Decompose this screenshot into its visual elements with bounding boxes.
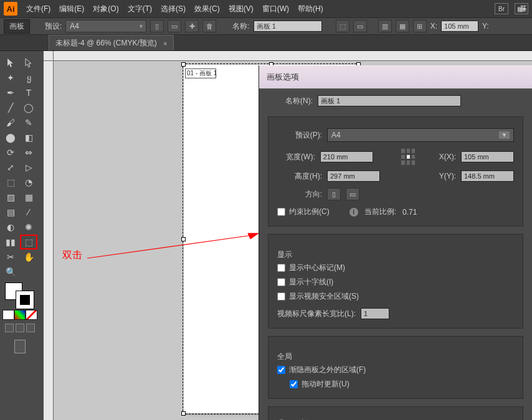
- hand-tool[interactable]: ✋: [21, 250, 37, 264]
- artboard-name-input[interactable]: [254, 21, 322, 32]
- x-label: X:: [430, 22, 437, 30]
- tool-context-label: 画板: [4, 19, 30, 34]
- stroke-swatch[interactable]: [16, 291, 34, 309]
- rearrange-button[interactable]: ▦: [396, 20, 409, 32]
- tab-close-button[interactable]: ×: [163, 40, 167, 47]
- symbol-sprayer-tool[interactable]: ✺: [21, 220, 37, 234]
- dlg-x-label: X(X):: [430, 152, 456, 161]
- blend-tool[interactable]: ◐: [2, 220, 19, 234]
- eyedropper-tool[interactable]: ⁄: [21, 205, 37, 219]
- orientation-landscape-button[interactable]: ▭: [168, 20, 181, 32]
- width-field[interactable]: [320, 151, 373, 162]
- artboard-tool[interactable]: ⬚: [21, 235, 37, 249]
- menu-window[interactable]: 窗口(W): [259, 2, 293, 16]
- column-graph-tool[interactable]: ▮▮: [2, 235, 19, 249]
- screen-mode-row: [2, 324, 37, 335]
- delete-artboard-button[interactable]: 🗑: [202, 20, 216, 32]
- handle-sw[interactable]: [181, 411, 186, 416]
- line-tool[interactable]: ╱: [2, 101, 19, 114]
- color-mode-gradient[interactable]: [14, 310, 26, 320]
- menu-effect[interactable]: 效果(C): [191, 2, 224, 16]
- draw-normal[interactable]: [5, 324, 14, 332]
- height-label: 高度(H):: [277, 171, 322, 182]
- draw-behind[interactable]: [16, 324, 24, 332]
- ruler-horizontal[interactable]: [54, 51, 532, 61]
- menu-file[interactable]: 文件(F): [22, 2, 54, 16]
- scale-tool[interactable]: ⤢: [2, 161, 19, 174]
- menu-help[interactable]: 帮助(H): [294, 2, 327, 16]
- preset-field[interactable]: A4: [327, 128, 514, 142]
- menu-select[interactable]: 选择(S): [157, 2, 189, 16]
- svg-line-0: [87, 235, 252, 258]
- tab-title: 未标题-4 @ 66% (CMYK/预览): [55, 38, 157, 49]
- reflect-tool[interactable]: ⇔: [21, 146, 37, 159]
- menu-view[interactable]: 视图(V): [225, 2, 257, 16]
- fill-stroke-swatches[interactable]: [2, 282, 37, 309]
- pen-tool[interactable]: ✒: [2, 86, 19, 100]
- artboard-options-button[interactable]: ▭: [353, 20, 367, 32]
- eraser-tool[interactable]: ◧: [21, 131, 37, 144]
- screen-mode-button[interactable]: [2, 336, 37, 353]
- paintbrush-tool[interactable]: 🖌: [2, 116, 19, 129]
- global-title: 全局: [277, 352, 514, 362]
- show-safe-checkbox[interactable]: [277, 292, 285, 301]
- align-to-button[interactable]: ▥: [378, 20, 392, 32]
- orientation-portrait-button[interactable]: ▯: [150, 20, 164, 32]
- dlg-y-field[interactable]: [461, 170, 514, 182]
- new-artboard-button[interactable]: ✚: [185, 20, 199, 32]
- height-field[interactable]: [327, 170, 380, 182]
- width-label: 宽度(W):: [277, 152, 315, 162]
- ruler-origin[interactable]: [44, 51, 54, 61]
- update-drag-checkbox[interactable]: [290, 380, 298, 388]
- mesh-tool[interactable]: ▦: [21, 190, 37, 204]
- show-center-checkbox[interactable]: [277, 264, 285, 272]
- orientation-portrait[interactable]: ▯: [327, 188, 341, 200]
- constrain-proportions-checkbox[interactable]: [277, 208, 285, 216]
- zoom-tool[interactable]: 🔍: [2, 265, 19, 279]
- shape-builder-tool[interactable]: ◔: [21, 175, 37, 189]
- direct-selection-tool[interactable]: [21, 56, 37, 70]
- pixel-aspect-field[interactable]: [361, 308, 389, 319]
- preset-label: 预设:: [45, 21, 62, 32]
- reference-point[interactable]: ⊞: [413, 20, 427, 32]
- svg-marker-1: [248, 233, 259, 239]
- document-tab[interactable]: 未标题-4 @ 66% (CMYK/预览) ×: [49, 35, 174, 50]
- name-field[interactable]: [318, 95, 461, 106]
- rotate-tool[interactable]: ⟳: [2, 146, 19, 159]
- color-mode-none[interactable]: [26, 310, 37, 320]
- move-artwork-toggle[interactable]: ⬚: [336, 20, 349, 32]
- draw-inside[interactable]: [26, 324, 35, 332]
- ellipse-tool[interactable]: ◯: [21, 101, 37, 114]
- show-cross-checkbox[interactable]: [277, 278, 285, 286]
- fade-outside-checkbox[interactable]: [277, 366, 285, 374]
- ratio-value: 0.71: [402, 208, 417, 217]
- dlg-x-field[interactable]: [461, 151, 514, 162]
- perspective-grid-tool[interactable]: ▨: [2, 190, 19, 204]
- slice-tool[interactable]: ✂: [2, 250, 19, 264]
- summary-section: i 画板: 1 i 要在画板中创建新画板，请按 Shift 键。 按住 Alt …: [268, 406, 523, 420]
- menu-edit[interactable]: 编辑(E): [55, 2, 88, 16]
- magic-wand-tool[interactable]: ✦: [2, 71, 19, 85]
- menu-object[interactable]: 对象(O): [89, 2, 122, 16]
- reference-point-grid[interactable]: [401, 148, 416, 166]
- blob-brush-tool[interactable]: ⬤: [2, 131, 19, 144]
- free-transform-tool[interactable]: ⬚: [2, 175, 19, 189]
- width-tool[interactable]: ▷: [21, 161, 37, 174]
- ruler-vertical[interactable]: [44, 61, 54, 420]
- preset-select[interactable]: A4: [65, 20, 146, 32]
- artboard-label[interactable]: 01 - 画板 1: [185, 68, 216, 78]
- lasso-tool[interactable]: ყ: [21, 71, 37, 85]
- x-input[interactable]: [441, 21, 478, 32]
- bridge-button[interactable]: Br: [495, 3, 508, 14]
- show-safe-label: 显示视频安全区域(S): [289, 291, 359, 302]
- type-tool[interactable]: T: [21, 86, 37, 100]
- name-field-label: 名称(N):: [268, 96, 313, 106]
- color-mode-solid[interactable]: [2, 310, 14, 320]
- menu-type[interactable]: 文字(T): [124, 2, 156, 16]
- pencil-tool[interactable]: ✎: [21, 116, 37, 129]
- orientation-landscape[interactable]: ▭: [346, 188, 359, 200]
- handle-nw[interactable]: [181, 62, 186, 67]
- preset-field-label: 预设(P):: [277, 130, 322, 141]
- selection-tool[interactable]: [2, 56, 19, 70]
- gradient-tool[interactable]: ▤: [2, 205, 19, 219]
